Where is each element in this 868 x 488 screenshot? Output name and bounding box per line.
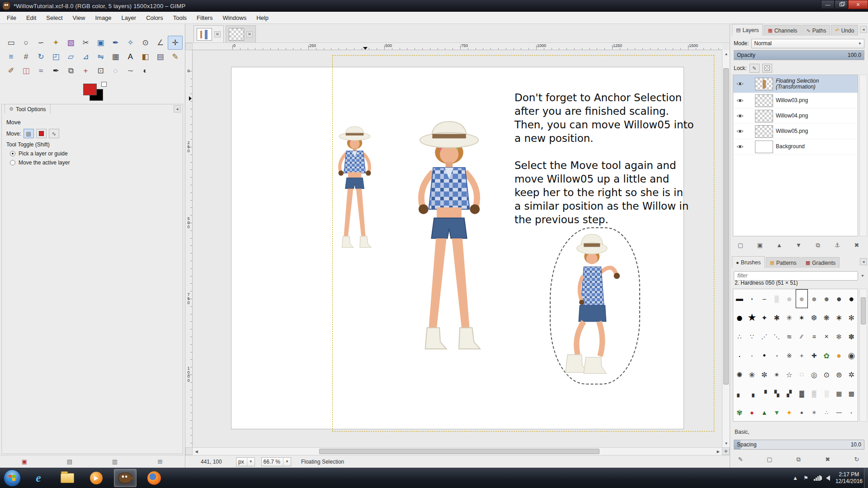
horizontal-scrollbar[interactable]: ◀ ▶ (193, 447, 722, 455)
brush-item[interactable]: ∴ (821, 403, 833, 422)
tool-rotate[interactable]: ↻ (33, 50, 48, 64)
brush-item[interactable]: ✻ (845, 308, 858, 327)
tab-layers[interactable]: ▤Layers (732, 24, 763, 36)
brush-item[interactable]: ❀ (746, 365, 759, 384)
volume-icon[interactable] (826, 475, 830, 481)
move-path-button[interactable]: ∿ (49, 129, 59, 138)
tool-blur-sharpen[interactable]: ◌ (108, 64, 123, 78)
tab-gradients[interactable]: ▩Gradients (802, 257, 840, 268)
brush-item[interactable]: ⋱ (771, 327, 783, 346)
tab-close-icon[interactable]: ✕ (246, 31, 253, 38)
close-button[interactable]: ✕ (848, 0, 868, 9)
tool-ink[interactable]: ✒ (48, 64, 63, 78)
brush-item[interactable]: ❄ (833, 327, 845, 346)
brush-item[interactable]: ⊚ (833, 365, 845, 384)
brush-item[interactable]: ✕ (821, 327, 833, 346)
foreground-color-swatch[interactable] (83, 84, 97, 95)
layer-row[interactable]: Floating Selection (Transformation) (733, 75, 858, 93)
lock-alpha-button[interactable] (762, 64, 772, 73)
tool-text[interactable]: A (123, 50, 138, 64)
brush-item[interactable]: ≋ (783, 327, 796, 346)
h-ruler[interactable]: 0250500750100012501500 (193, 43, 722, 50)
menu-image[interactable]: Image (90, 13, 116, 23)
document-history-icon[interactable]: ▥ (110, 458, 119, 466)
brush-item[interactable]: ✦ (783, 403, 796, 422)
brush-item[interactable]: ⊙ (821, 365, 833, 384)
brush-item[interactable]: ▪ (746, 289, 759, 308)
tool-paintbrush[interactable]: ✐ (4, 64, 19, 78)
brush-item[interactable]: ∕∕ (796, 327, 808, 346)
tray-clock[interactable]: 2:17 PM 12/14/2016 (835, 471, 863, 485)
menu-tools[interactable]: Tools (168, 13, 192, 23)
scroll-right-icon[interactable]: ▶ (714, 448, 722, 455)
panel-menu-button[interactable]: ◂ (174, 105, 181, 113)
templates-icon[interactable]: ⊞ (156, 458, 165, 466)
brush-item[interactable]: ☆ (783, 365, 796, 384)
brush-item[interactable]: ▗ (746, 384, 759, 403)
anchor-layer-button[interactable]: ⚓ (830, 240, 845, 250)
layer-row[interactable]: Willow04.png (733, 108, 858, 124)
radio-move-active[interactable] (10, 160, 15, 165)
brush-item[interactable]: ✺ (733, 365, 746, 384)
tool-ellipse-select[interactable]: ○ (19, 36, 33, 50)
brush-item[interactable]: ▖ (733, 384, 746, 403)
raise-layer-button[interactable]: ▲ (772, 240, 787, 250)
opacity-slider[interactable]: Opacity 100.0 (734, 50, 864, 60)
network-icon[interactable] (814, 475, 821, 481)
lower-layer-button[interactable]: ▼ (791, 240, 806, 250)
tool-airbrush[interactable]: ≈ (33, 64, 48, 78)
image-tab-untitled[interactable]: ✕ (226, 25, 256, 42)
tab-patterns[interactable]: ▦Patterns (766, 257, 801, 268)
tool-free-select[interactable]: ∽ (33, 36, 48, 50)
delete-brush-button[interactable]: ✖ (820, 454, 835, 465)
tool-heal[interactable]: + (78, 64, 93, 78)
refresh-brushes-button[interactable]: ↻ (849, 454, 864, 465)
ruler-origin-button[interactable] (185, 43, 193, 50)
tool-clone[interactable]: ⧉ (63, 64, 78, 78)
tool-perspective-clone[interactable]: ⊡ (93, 64, 108, 78)
layer-row[interactable]: Willow05.png (733, 124, 858, 139)
scroll-left-icon[interactable]: ◀ (193, 448, 200, 455)
brush-filter-input[interactable] (734, 271, 858, 281)
unit-selector[interactable]: px ▼ (236, 457, 255, 466)
brush-item[interactable]: ░ (821, 384, 833, 403)
new-group-button[interactable]: ▣ (752, 240, 768, 250)
brush-scroll-thumb[interactable] (861, 297, 866, 324)
tool-cage-transform[interactable]: ▦ (108, 50, 123, 64)
tool-dodge-burn[interactable]: ◐ (138, 64, 153, 78)
brush-item[interactable]: ● (733, 308, 746, 327)
brush-item[interactable]: ▲ (758, 403, 771, 422)
menu-windows[interactable]: Windows (217, 13, 251, 23)
tool-align[interactable]: ≡ (4, 50, 19, 64)
tab-brushes[interactable]: ●Brushes (732, 256, 765, 268)
brush-item[interactable]: ▒ (771, 289, 783, 308)
color-selector[interactable] (83, 82, 108, 103)
scroll-down-icon[interactable]: ▼ (722, 440, 730, 447)
taskbar-gimp[interactable] (114, 469, 137, 487)
tool-flip[interactable]: ⇋ (93, 50, 108, 64)
brush-item[interactable]: ● (833, 289, 845, 308)
new-layer-button[interactable]: ▢ (733, 240, 748, 250)
edit-brush-button[interactable]: ✎ (733, 454, 748, 465)
new-brush-button[interactable]: ▢ (762, 454, 777, 465)
tool-smudge[interactable]: ∼ (123, 64, 138, 78)
brush-item[interactable]: ● (833, 346, 845, 365)
tool-move[interactable]: ✛ (168, 36, 183, 50)
brush-item[interactable]: ✳ (783, 308, 796, 327)
tool-gradient[interactable]: ▤ (153, 50, 168, 64)
minimize-button[interactable]: — (821, 0, 835, 9)
menu-colors[interactable]: Colors (141, 13, 168, 23)
brush-item[interactable]: ✱ (771, 308, 783, 327)
brush-item[interactable]: · (733, 346, 746, 365)
vertical-scroll-thumb[interactable] (723, 68, 729, 385)
tool-perspective[interactable]: ⊿ (78, 50, 93, 64)
canvas-viewport[interactable]: Don't forget to Anchor Selection after y… (193, 50, 722, 447)
brush-item[interactable]: ✿ (821, 346, 833, 365)
brush-item[interactable]: ❆ (808, 308, 821, 327)
tab-undo[interactable]: ↶Undo (831, 25, 858, 36)
visibility-toggle[interactable] (735, 81, 745, 86)
brush-item[interactable]: ● (808, 289, 821, 308)
brush-item[interactable]: ▪ (845, 403, 858, 422)
brush-item[interactable]: ✴ (771, 365, 783, 384)
hidden-icons-button[interactable]: ▲ (793, 475, 798, 481)
